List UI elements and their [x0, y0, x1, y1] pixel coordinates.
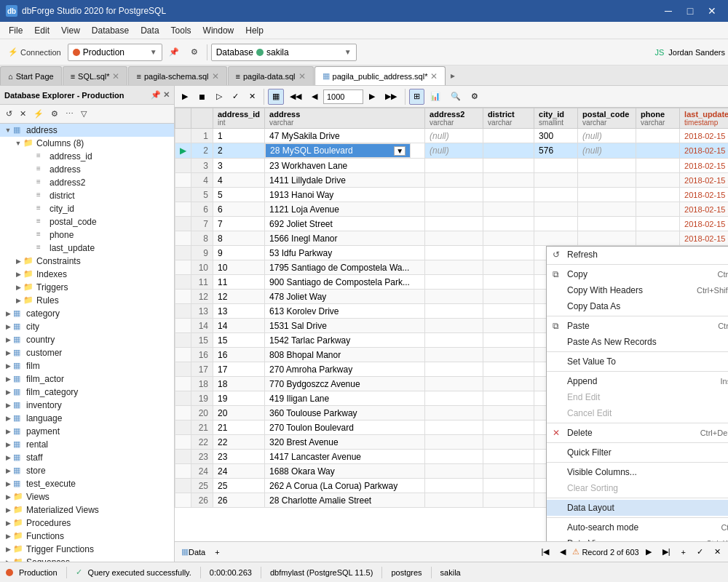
sidebar-item-rules[interactable]: ▶ 📁 Rules: [0, 294, 174, 307]
sidebar-connect-btn[interactable]: ⚡: [31, 107, 47, 121]
tab-overflow[interactable]: ▸: [446, 66, 459, 85]
ctx-copy-headers[interactable]: Copy With Headers Ctrl+Shift+C: [547, 282, 728, 298]
ctx-cancel-edit[interactable]: Cancel Edit: [547, 405, 728, 421]
sidebar-item-functions[interactable]: ▶ 📁 Functions: [0, 530, 174, 543]
minimize-button[interactable]: ─: [658, 4, 678, 18]
col-header-address-id[interactable]: address_id int: [213, 108, 265, 129]
table-row[interactable]: 7 7 692 Joliet Street 2018-02-15 04:45:3…: [175, 217, 729, 231]
ctx-end-edit[interactable]: End Edit: [547, 389, 728, 405]
sidebar-item-postal-code-col[interactable]: ≡ postal_code: [0, 215, 174, 228]
cell-postal-code-3[interactable]: [578, 159, 636, 173]
sidebar-item-procedures[interactable]: ▶ 📁 Procedures: [0, 517, 174, 530]
sidebar-item-district-col[interactable]: ≡ district: [0, 189, 174, 202]
cell-address2-1[interactable]: (null): [425, 129, 483, 143]
sidebar-item-triggers[interactable]: ▶ 📁 Triggers: [0, 281, 174, 294]
table-row[interactable]: 5 5 1913 Hanoi Way 2018-02-15 04:45:30.0…: [175, 188, 729, 202]
production-connection[interactable]: Production ▼: [68, 44, 162, 61]
col-header-district[interactable]: district varchar: [483, 108, 534, 129]
cell-district-1[interactable]: [483, 129, 534, 143]
sidebar-item-views[interactable]: ▶ 📁 Views: [0, 490, 174, 503]
tab-address-active[interactable]: ▦ pagila_public_address.sql* ✕: [314, 66, 446, 85]
ctx-set-value[interactable]: Set Value To ▶: [547, 354, 728, 370]
sidebar-item-address2-col[interactable]: ≡ address2: [0, 176, 174, 189]
cell-address-id-3[interactable]: 3: [213, 159, 265, 173]
sidebar-item-payment[interactable]: ▶ ▦ payment: [0, 425, 174, 438]
close-button[interactable]: ✕: [702, 4, 722, 18]
cell-city-id-4[interactable]: [534, 173, 578, 188]
cell-city-id-3[interactable]: [534, 159, 578, 173]
col-header-address2[interactable]: address2 varchar: [425, 108, 483, 129]
ctx-data-layout[interactable]: Data Layout ▶: [547, 500, 728, 516]
sidebar-item-film-category[interactable]: ▶ ▦ film_category: [0, 386, 174, 399]
pin-button[interactable]: 📌: [164, 43, 184, 62]
ctx-delete[interactable]: ✕ Delete Ctrl+Delete: [547, 425, 728, 441]
col-header-city-id[interactable]: city_id smallint: [534, 108, 578, 129]
menu-window[interactable]: Window: [197, 24, 240, 37]
ctx-copy-data-as[interactable]: Copy Data As ▶: [547, 298, 728, 314]
tab-start-page[interactable]: ⌂ Start Page: [0, 66, 62, 85]
sidebar-item-constraints[interactable]: ▶ 📁 Constraints: [0, 255, 174, 268]
sidebar-item-last-update-col[interactable]: ≡ last_update: [0, 242, 174, 255]
col-header-postal-code[interactable]: postal_code varchar: [578, 108, 636, 129]
tab-pagila-data-close[interactable]: ✕: [298, 71, 306, 81]
cell-phone-2[interactable]: [636, 143, 680, 159]
ctx-clear-sort[interactable]: Clear Sorting: [547, 480, 728, 496]
expand-address[interactable]: ▼: [3, 127, 13, 134]
ctx-data-viewer[interactable]: Data Viewer Ctrl+W, R: [547, 535, 728, 541]
nav-add-btn[interactable]: +: [677, 545, 690, 559]
ctx-visible-cols[interactable]: Visible Columns...: [547, 464, 728, 480]
nav-next-btn[interactable]: ▶: [641, 545, 656, 559]
menu-view[interactable]: View: [55, 24, 86, 37]
ctx-paste-new[interactable]: Paste As New Records: [547, 334, 728, 350]
sidebar-pin-icon[interactable]: 📌: [151, 90, 161, 100]
sidebar-item-film[interactable]: ▶ ▦ film: [0, 359, 174, 372]
commit-btn[interactable]: ✓: [228, 89, 243, 105]
options-grid-btn[interactable]: ⚙: [467, 89, 483, 105]
cell-address2-4[interactable]: [425, 173, 483, 188]
sidebar-item-staff[interactable]: ▶ ▦ staff: [0, 451, 174, 464]
grid-icon-btn[interactable]: ⊞: [409, 89, 424, 105]
cell-address-id-4[interactable]: 4: [213, 173, 265, 188]
cell-district-2[interactable]: [483, 143, 534, 159]
next-btn[interactable]: ▶: [365, 89, 379, 105]
cell-last-update-1[interactable]: 2018-02-15 04:45:30.000000: [680, 129, 728, 143]
prev-btn[interactable]: ◀: [307, 89, 322, 105]
sidebar-item-phone-col[interactable]: ≡ phone: [0, 228, 174, 242]
sidebar-close-icon[interactable]: ✕: [163, 90, 170, 100]
cell-last-update-3[interactable]: 2018-02-15 04:45:30.000000: [680, 159, 728, 173]
sidebar-item-trigger-functions[interactable]: ▶ 📁 Trigger Functions: [0, 543, 174, 556]
ctx-auto-search[interactable]: Auto-search mode Ctrl+I: [547, 519, 728, 535]
sidebar-item-city-id-col[interactable]: ≡ city_id: [0, 202, 174, 215]
tab-sql-close[interactable]: ✕: [112, 71, 119, 81]
sidebar-filter-btn[interactable]: ▽: [78, 107, 90, 121]
connection-button[interactable]: ⚡ Connection: [3, 43, 66, 62]
prev-page-btn[interactable]: ◀◀: [285, 89, 306, 105]
nav-first-btn[interactable]: |◀: [537, 545, 554, 559]
filter-btn[interactable]: 🔍: [446, 89, 465, 105]
menu-tools[interactable]: Tools: [165, 24, 197, 37]
config-button[interactable]: ⚙: [186, 43, 203, 62]
ctx-refresh[interactable]: ↺ Refresh F5: [547, 247, 728, 263]
execute-script-btn[interactable]: ▷: [212, 89, 226, 105]
sidebar-config-btn[interactable]: ⚙: [48, 107, 61, 121]
grid-view-btn[interactable]: ▦: [268, 89, 284, 105]
sidebar-more-btn[interactable]: ⋯: [63, 107, 76, 121]
cancel-exec-btn[interactable]: ⏹: [194, 89, 210, 105]
menu-edit[interactable]: Edit: [28, 24, 55, 37]
ctx-paste[interactable]: ⧉ Paste Ctrl+V: [547, 318, 728, 334]
execute-btn[interactable]: ▶: [178, 89, 192, 105]
sidebar-refresh-btn[interactable]: ↺: [3, 107, 15, 121]
tab-address-close[interactable]: ✕: [430, 71, 438, 81]
nav-cancel-btn[interactable]: ✕: [710, 545, 725, 559]
cell-address-1[interactable]: 47 MySakila Drive: [265, 129, 425, 143]
cell-phone-1[interactable]: [636, 129, 680, 143]
nav-last-btn[interactable]: ▶|: [658, 545, 675, 559]
cell-address-id-2[interactable]: 2: [213, 143, 265, 159]
sidebar-item-address[interactable]: ▼ ▦ address: [0, 124, 174, 137]
col-header-last-update[interactable]: last_update timestamp: [680, 108, 728, 129]
sidebar-item-indexes[interactable]: ▶ 📁 Indexes: [0, 268, 174, 281]
table-row[interactable]: ▶ 2 2 28 MySQL Boulevard ▼ (null) 576 (n…: [175, 143, 729, 159]
ctx-copy[interactable]: ⧉ Copy Ctrl+C: [547, 266, 728, 282]
sidebar-item-language[interactable]: ▶ ▦ language: [0, 412, 174, 425]
next-page-btn[interactable]: ▶▶: [381, 89, 401, 105]
